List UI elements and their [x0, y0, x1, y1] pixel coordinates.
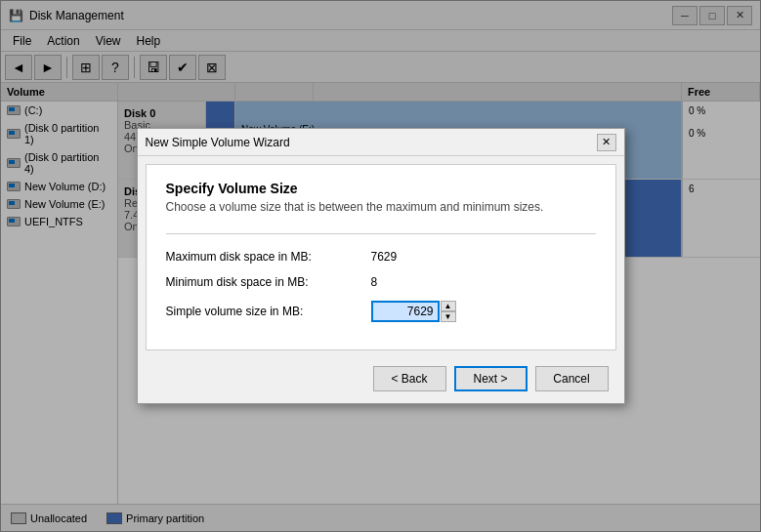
min-value: 8 [371, 275, 378, 289]
dialog-title-bar: New Simple Volume Wizard ✕ [138, 129, 624, 156]
size-label: Simple volume size in MB: [166, 305, 371, 318]
next-button[interactable]: Next > [454, 366, 528, 391]
spinner-up[interactable]: ▲ [441, 301, 456, 311]
min-label: Minimum disk space in MB: [166, 275, 371, 289]
max-value: 7629 [371, 250, 398, 264]
dialog-heading: Specify Volume Size [166, 181, 596, 196]
dialog-divider [166, 233, 596, 234]
form-row-max: Maximum disk space in MB: 7629 [166, 250, 596, 264]
back-button[interactable]: < Back [373, 366, 446, 391]
dialog-subtext: Choose a volume size that is between the… [166, 200, 596, 214]
dialog-body: Specify Volume Size Choose a volume size… [146, 164, 616, 350]
max-label: Maximum disk space in MB: [166, 250, 371, 264]
spinner: ▲ ▼ [441, 301, 456, 322]
dialog: New Simple Volume Wizard ✕ Specify Volum… [137, 128, 625, 404]
spinner-down[interactable]: ▼ [441, 311, 456, 322]
form-row-min: Minimum disk space in MB: 8 [166, 275, 596, 289]
form-row-size: Simple volume size in MB: ▲ ▼ [166, 301, 596, 322]
modal-overlay: New Simple Volume Wizard ✕ Specify Volum… [0, 0, 761, 532]
cancel-button[interactable]: Cancel [535, 366, 609, 391]
dialog-footer: < Back Next > Cancel [138, 358, 624, 403]
size-input-wrap: ▲ ▼ [371, 301, 456, 322]
dialog-title: New Simple Volume Wizard [146, 136, 290, 149]
volume-size-input[interactable] [371, 301, 440, 322]
dialog-close-button[interactable]: ✕ [597, 134, 616, 151]
